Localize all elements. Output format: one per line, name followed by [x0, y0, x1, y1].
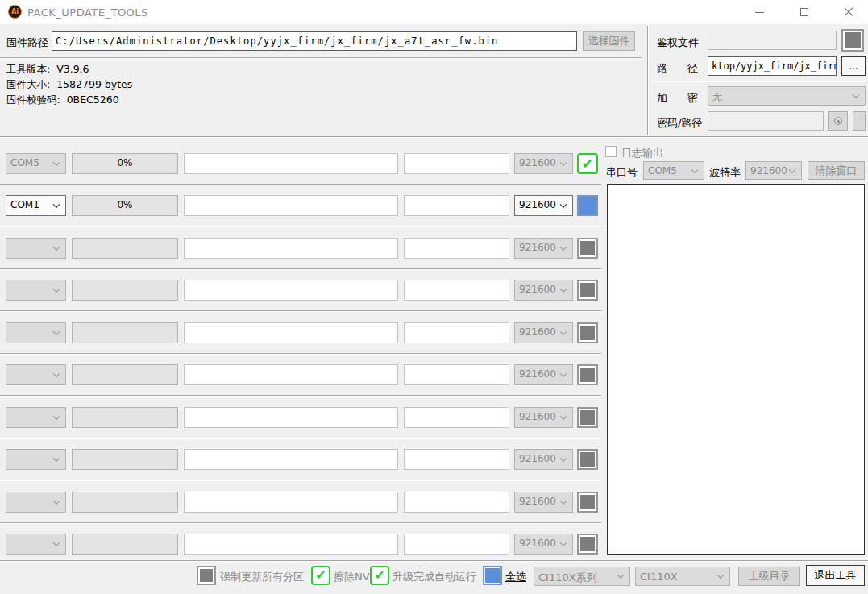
- maximize-button[interactable]: [788, 0, 820, 24]
- erase-nv-checkbox[interactable]: ✔: [311, 566, 330, 585]
- model-value: CI110X: [640, 571, 678, 583]
- chevron-down-icon: [560, 455, 567, 462]
- close-button[interactable]: [833, 0, 865, 24]
- chevron-down-icon: [53, 286, 60, 293]
- chevron-down-icon: [53, 371, 60, 377]
- progress-bar: [72, 238, 178, 259]
- chevron-down-icon: [691, 166, 698, 172]
- chevron-down-icon: [560, 160, 567, 166]
- divider: [0, 57, 642, 58]
- exit-tool-button[interactable]: 退出工具: [806, 565, 865, 586]
- minimize-button[interactable]: [743, 0, 775, 24]
- password-extra-button[interactable]: [853, 111, 866, 131]
- auth-file-checkbox: [841, 29, 864, 52]
- chevron-down-icon: [560, 413, 567, 420]
- port-select: [6, 449, 66, 470]
- chevron-down-icon: [53, 160, 60, 166]
- row-checkbox: [577, 322, 598, 343]
- checkbox-fill: [580, 241, 595, 255]
- auto-run-checkbox[interactable]: ✔: [370, 566, 389, 585]
- row-checkbox[interactable]: [577, 195, 598, 216]
- chevron-down-icon: [560, 371, 567, 377]
- progress-bar: 0%: [72, 153, 178, 174]
- progress-bar: [72, 280, 178, 301]
- chevron-down-icon: [53, 413, 60, 420]
- status-field-2: [404, 153, 509, 174]
- force-update-label: 强制更新所有分区: [220, 570, 304, 584]
- serial-port-label: 串口号: [606, 165, 638, 180]
- baud-select[interactable]: 921600: [514, 195, 573, 216]
- model-select: CI110X: [635, 567, 730, 586]
- row-divider: [0, 226, 601, 226]
- series-select: CI110X系列: [534, 567, 630, 586]
- com-row: 921600: [0, 492, 601, 513]
- status-field-1: [184, 322, 398, 343]
- status-field-2: [404, 492, 509, 513]
- password-show-button[interactable]: [828, 111, 848, 131]
- erase-nv-label: 擦除NV: [334, 570, 370, 584]
- status-field-1: [184, 449, 398, 470]
- window-title: PACK_UPDATE_TOOLS: [27, 6, 148, 19]
- auth-path-input[interactable]: ktop/yyjx_firm/jx_firm: [708, 56, 837, 76]
- chevron-down-icon: [53, 498, 60, 505]
- browse-button[interactable]: ...: [841, 56, 866, 76]
- firmware-path-input[interactable]: C:/Users/Administrator/Desktop/yyjx_firm…: [52, 31, 577, 51]
- status-field-2: [404, 280, 509, 301]
- baud-select: 921600: [514, 322, 573, 343]
- baud-value: 921600: [519, 284, 556, 295]
- row-divider: [0, 268, 601, 269]
- port-select: [6, 280, 66, 301]
- app-window: Ai PACK_UPDATE_TOOLS 固件路径 C:/Users/Admin…: [0, 0, 868, 594]
- com-row: 921600: [0, 534, 601, 555]
- encrypt-select: 无: [708, 86, 866, 106]
- row-divider: [0, 353, 601, 354]
- checkbox-fill: [580, 537, 595, 551]
- parent-dir-button: 上级目录: [738, 567, 800, 586]
- app-icon: Ai: [8, 5, 22, 19]
- progress-bar: [72, 407, 178, 428]
- status-field-2: [404, 407, 509, 428]
- row-checkbox[interactable]: ✔: [577, 153, 598, 174]
- password-path-input: [708, 111, 824, 131]
- chevron-down-icon: [53, 540, 60, 546]
- row-divider: [0, 480, 601, 480]
- checkbox-fill: [580, 368, 595, 382]
- serial-port-value: COM5: [648, 165, 677, 177]
- progress-bar: 0%: [72, 195, 178, 216]
- check-icon: ✔: [372, 567, 388, 583]
- checkbox-fill: [579, 197, 596, 214]
- progress-bar: [72, 322, 178, 343]
- firmware-size-text: 固件大小: 1582799 bytes: [6, 78, 132, 92]
- baud-select: 921600: [514, 364, 573, 385]
- chevron-down-icon: [560, 329, 567, 335]
- status-field-2: [404, 534, 509, 555]
- checkbox-fill: [580, 452, 595, 467]
- checkbox-fill: [580, 326, 595, 340]
- com-row: COM50%921600✔: [0, 153, 601, 174]
- close-icon: [844, 7, 853, 17]
- log-output-label: 日志输出: [621, 146, 663, 160]
- chevron-down-icon: [560, 286, 567, 293]
- check-icon: ✔: [579, 155, 596, 172]
- series-value: CI110X系列: [538, 571, 597, 584]
- tool-version-text: 工具版本: V3.9.6: [6, 63, 89, 77]
- select-all-checkbox[interactable]: [483, 566, 502, 585]
- chevron-down-icon: [853, 92, 859, 98]
- auth-file-label: 鉴权文件: [657, 35, 699, 50]
- baud-rate-label: 波特率: [709, 165, 741, 180]
- port-select: [6, 238, 66, 259]
- force-update-checkbox: [197, 566, 216, 585]
- port-select[interactable]: COM1: [6, 195, 66, 216]
- status-field-2: [404, 238, 509, 259]
- serial-port-select: COM5: [643, 161, 704, 180]
- status-field-2: [404, 322, 509, 343]
- chevron-down-icon: [789, 166, 795, 172]
- log-output-area[interactable]: [607, 184, 865, 555]
- log-output-checkbox[interactable]: [605, 146, 617, 157]
- com-row: COM10%921600: [0, 195, 601, 216]
- chevron-down-icon: [53, 329, 60, 335]
- select-all-label: 全选: [505, 570, 526, 584]
- auth-file-input: [708, 31, 837, 50]
- status-field-2: [404, 195, 509, 216]
- port-select: [6, 492, 66, 513]
